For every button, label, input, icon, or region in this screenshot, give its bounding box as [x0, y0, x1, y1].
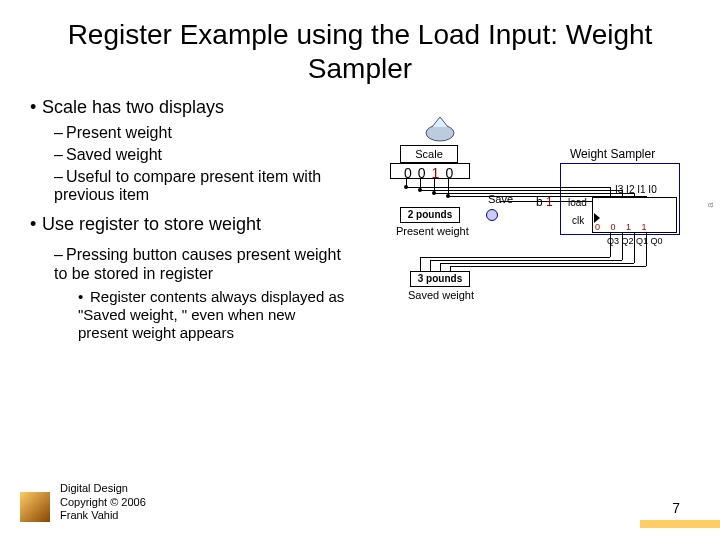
register-box: I3 I2 I1 I0 0 0 1 1 Q3 Q2 Q1 Q0: [592, 197, 677, 233]
bullet-l2: –Present weight: [54, 124, 347, 142]
bullet-text: Pressing button causes present weight to…: [54, 246, 341, 282]
page-number: 7: [672, 500, 680, 516]
save-label: Save: [488, 193, 513, 205]
register-output-values: 0 0 1 1: [595, 222, 651, 232]
wire: [622, 233, 623, 260]
bullet-l2: –Saved weight: [54, 146, 347, 164]
logo-icon: [20, 492, 50, 522]
bullet-l2: –Pressing button causes present weight t…: [54, 245, 347, 283]
wire: [420, 257, 421, 271]
wire: [450, 266, 646, 267]
wire: [610, 233, 611, 257]
bullet-text: Useful to compare present item with prev…: [54, 168, 321, 203]
wire-dot: [446, 194, 450, 198]
footer-line: Digital Design: [60, 482, 146, 495]
clk-label: clk: [572, 215, 584, 226]
wire: [430, 260, 622, 261]
wire: [440, 263, 634, 264]
wire: [646, 233, 647, 266]
wire: [420, 190, 622, 191]
clock-triangle-icon: [594, 213, 600, 223]
bullet-text: Scale has two displays: [42, 97, 224, 117]
wire: [406, 187, 610, 188]
bullet-text: Saved weight: [66, 146, 162, 163]
scale-label-box: Scale: [400, 145, 458, 163]
present-weight-label: Present weight: [396, 225, 469, 237]
scale-art-icon: [420, 115, 460, 143]
bullet-text: Register contents always displayed as "S…: [78, 288, 344, 341]
wire-dot: [432, 191, 436, 195]
b-value: 1: [546, 195, 553, 209]
bullet-l2: –Useful to compare present item with pre…: [54, 168, 347, 204]
bullet-l3: •Register contents always displayed as "…: [78, 288, 347, 342]
svg-point-0: [426, 125, 454, 141]
bits-row: 0010: [404, 165, 459, 181]
footer-bar: [640, 520, 720, 528]
diagram: Scale Weight Sampler 0010 Save b 1 I3 I2…: [360, 115, 700, 415]
saved-weight-box: 3 pounds: [410, 271, 470, 287]
bullet-l1: •Scale has two displays: [30, 97, 347, 118]
wire: [434, 193, 634, 194]
slide-title: Register Example using the Load Input: W…: [30, 18, 690, 85]
bullet-text: Present weight: [66, 124, 172, 141]
wire: [430, 260, 431, 271]
footer-line: Copyright © 2006: [60, 496, 146, 509]
load-label: load: [568, 197, 587, 208]
bullet-column: •Scale has two displays –Present weight …: [30, 97, 347, 345]
wire-dot: [404, 185, 408, 189]
footer: Digital Design Copyright © 2006 Frank Va…: [60, 482, 146, 522]
wire: [440, 263, 441, 271]
b-label: b: [536, 195, 543, 209]
save-button-icon: [486, 209, 498, 221]
footer-line: Frank Vahid: [60, 509, 146, 522]
bullet-l1: •Use register to store weight: [30, 214, 347, 235]
saved-weight-label: Saved weight: [408, 289, 474, 301]
register-inputs: I3 I2 I1 I0: [615, 184, 657, 195]
slide: Register Example using the Load Input: W…: [0, 0, 720, 540]
wire: [420, 257, 610, 258]
sampler-label: Weight Sampler: [570, 147, 655, 161]
bullet-text: Use register to store weight: [42, 214, 261, 234]
wire-dot: [418, 188, 422, 192]
wire: [634, 233, 635, 263]
present-weight-box: 2 pounds: [400, 207, 460, 223]
wire: [610, 187, 611, 197]
a-annotation: a: [704, 202, 714, 207]
